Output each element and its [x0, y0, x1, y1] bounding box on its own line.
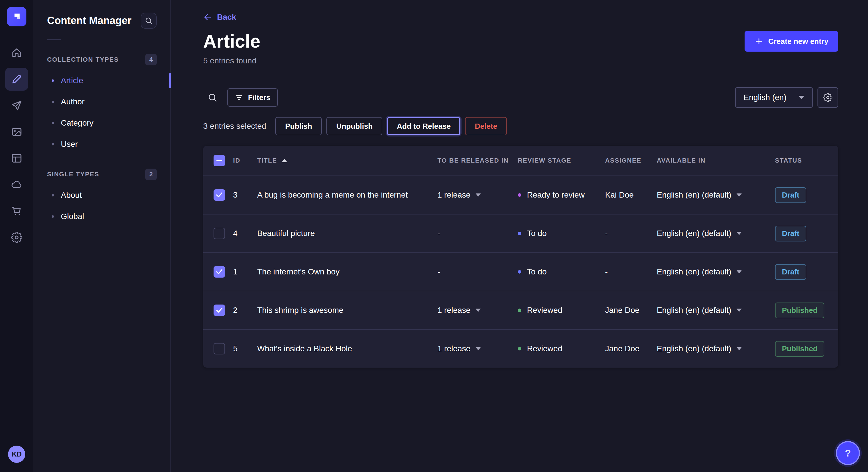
select-all-checkbox[interactable] — [214, 155, 225, 166]
delete-button[interactable]: Delete — [465, 117, 507, 135]
strapi-logo[interactable] — [7, 7, 26, 26]
page-title: Article — [203, 30, 260, 53]
entries-table: ID TITLE TO BE RELEASED IN REVIEW STAGE … — [203, 146, 838, 368]
status-badge: Draft — [775, 226, 806, 241]
chevron-down-icon — [737, 347, 742, 350]
bullet-icon — [52, 143, 54, 145]
user-avatar[interactable]: KD — [8, 446, 25, 463]
nav-releases-button[interactable] — [5, 94, 28, 117]
stage-dot-icon — [518, 347, 521, 350]
filter-icon — [235, 93, 243, 102]
row-checkbox[interactable] — [214, 266, 225, 278]
cart-icon — [11, 205, 22, 217]
strapi-logo-icon — [11, 11, 22, 22]
back-label: Back — [217, 12, 236, 22]
cloud-icon — [11, 179, 22, 191]
bulk-actions-bar: 3 entries selected Publish Unpublish Add… — [203, 117, 838, 135]
entry-assignee: Jane Doe — [605, 344, 657, 353]
entry-locale[interactable]: English (en) (default) — [657, 191, 775, 200]
table-row[interactable]: 3A bug is becoming a meme on the interne… — [203, 175, 838, 214]
entry-status: Draft — [775, 264, 838, 280]
sidebar-item-category[interactable]: Category — [33, 112, 170, 134]
sidebar-item-article[interactable]: Article — [33, 70, 170, 91]
nav-marketplace-button[interactable] — [5, 200, 28, 223]
section-count-badge: 4 — [145, 54, 157, 65]
chevron-down-icon — [476, 347, 481, 350]
add-to-release-button[interactable]: Add to Release — [387, 117, 460, 135]
sidebar-item-global[interactable]: Global — [33, 206, 170, 227]
bullet-icon — [52, 215, 54, 217]
sidebar-item-user[interactable]: User — [33, 134, 170, 155]
stage-dot-icon — [518, 270, 521, 274]
entry-id: 2 — [233, 306, 257, 315]
collection-types-section: COLLECTION TYPES 4 Article Author Catego… — [33, 53, 170, 155]
sidebar-item-about[interactable]: About — [33, 185, 170, 206]
entry-locale[interactable]: English (en) (default) — [657, 344, 775, 353]
nav-settings-button[interactable] — [5, 226, 28, 249]
sort-asc-icon — [282, 159, 287, 162]
unpublish-button[interactable]: Unpublish — [327, 117, 382, 135]
nav-home-button[interactable] — [5, 41, 28, 64]
selected-count: 3 entries selected — [203, 122, 266, 131]
chevron-down-icon — [737, 193, 742, 197]
sidebar-item-label: Author — [61, 97, 85, 106]
col-header-release: TO BE RELEASED IN — [437, 157, 518, 164]
app-root: KD Content Manager COLLECTION TYPES 4 Ar… — [0, 0, 868, 472]
entry-release[interactable]: 1 release — [437, 191, 518, 200]
bullet-icon — [52, 194, 54, 196]
back-link[interactable]: Back — [203, 12, 236, 22]
entry-title: This shrimp is awesome — [257, 306, 437, 315]
search-button[interactable] — [203, 88, 222, 107]
table-body: 3A bug is becoming a meme on the interne… — [203, 175, 838, 368]
row-checkbox[interactable] — [214, 189, 225, 201]
help-button[interactable]: ? — [836, 441, 860, 465]
section-label: COLLECTION TYPES — [47, 56, 119, 63]
entry-release[interactable]: 1 release — [437, 344, 518, 353]
entry-locale[interactable]: English (en) (default) — [657, 229, 775, 238]
nav-deploy-button[interactable] — [5, 173, 28, 196]
layout-icon — [11, 153, 22, 164]
entry-id: 1 — [233, 267, 257, 276]
row-checkbox[interactable] — [214, 305, 225, 316]
entry-release[interactable]: 1 release — [437, 306, 518, 315]
col-header-review-stage: REVIEW STAGE — [518, 157, 605, 164]
col-header-title-label: TITLE — [257, 157, 277, 164]
main-navbar: KD — [0, 0, 33, 472]
row-checkbox[interactable] — [214, 343, 225, 355]
section-count-badge: 2 — [145, 169, 157, 180]
col-header-title[interactable]: TITLE — [257, 157, 437, 164]
view-settings-button[interactable] — [817, 87, 838, 108]
row-checkbox[interactable] — [214, 228, 225, 239]
entry-title: What's inside a Black Hole — [257, 344, 437, 353]
sidebar-item-label: Global — [61, 212, 84, 221]
subnav-search-button[interactable] — [141, 12, 157, 29]
table-row[interactable]: 1The internet's Own boy-To do-English (e… — [203, 252, 838, 291]
entry-locale[interactable]: English (en) (default) — [657, 267, 775, 276]
list-toolbar: Filters English (en) — [203, 87, 838, 108]
entry-review-stage: To do — [518, 229, 605, 238]
sidebar-item-label: User — [61, 140, 78, 149]
media-icon — [11, 126, 22, 138]
locale-select[interactable]: English (en) — [735, 87, 813, 108]
sidebar-item-author[interactable]: Author — [33, 91, 170, 112]
create-entry-button[interactable]: Create new entry — [745, 31, 838, 52]
stage-dot-icon — [518, 308, 521, 312]
nav-media-library-button[interactable] — [5, 121, 28, 143]
entries-count: 5 entries found — [203, 56, 260, 65]
table-row[interactable]: 5What's inside a Black Hole1 releaseRevi… — [203, 329, 838, 368]
entry-status: Published — [775, 341, 838, 357]
col-header-id: ID — [233, 157, 257, 164]
publish-button[interactable]: Publish — [275, 117, 322, 135]
sidebar-item-label: Article — [61, 76, 83, 85]
col-header-status: STATUS — [775, 157, 838, 164]
entry-release: - — [437, 229, 518, 238]
entry-locale[interactable]: English (en) (default) — [657, 306, 775, 315]
nav-content-type-builder-button[interactable] — [5, 147, 28, 170]
filters-button[interactable]: Filters — [227, 88, 278, 107]
search-icon — [208, 93, 217, 102]
nav-content-manager-button[interactable] — [5, 68, 28, 91]
entry-review-stage: To do — [518, 267, 605, 276]
entry-assignee: - — [605, 267, 657, 276]
table-row[interactable]: 2This shrimp is awesome1 releaseReviewed… — [203, 291, 838, 329]
table-row[interactable]: 4Beautiful picture-To do-English (en) (d… — [203, 214, 838, 252]
